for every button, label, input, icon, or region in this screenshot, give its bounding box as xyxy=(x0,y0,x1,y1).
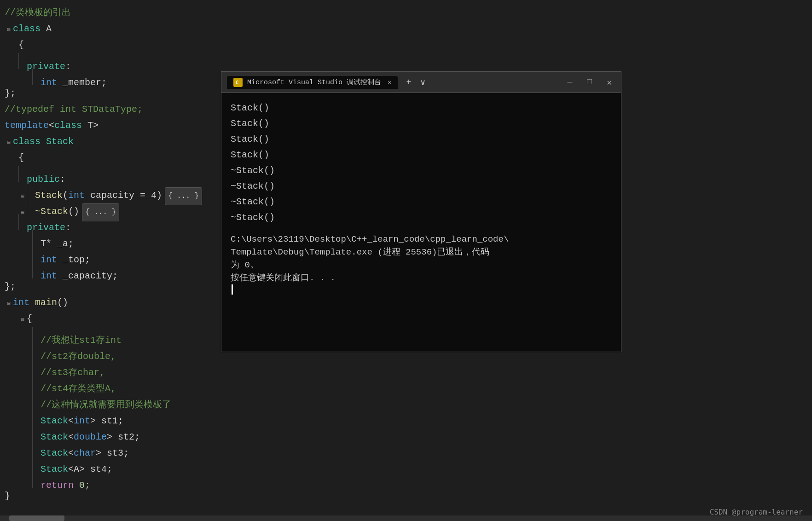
code-text: { xyxy=(27,311,32,327)
code-text: : xyxy=(65,220,71,236)
code-text: _capacity; xyxy=(63,268,118,284)
terminal-tab-close[interactable]: ✕ xyxy=(388,78,391,86)
code-text: //类模板的引出 xyxy=(5,5,71,21)
code-text: }; xyxy=(5,85,16,101)
scrollbar-thumb[interactable] xyxy=(9,515,64,521)
terminal-tab[interactable]: C Microsoft Visual Studio 调试控制台 ✕ xyxy=(227,76,398,89)
fold-minus-icon[interactable]: ⊟ xyxy=(18,316,27,324)
minimize-button[interactable]: — xyxy=(564,76,576,88)
code-text: double xyxy=(74,429,107,445)
fold-minus-icon[interactable]: ⊟ xyxy=(5,300,13,308)
code-text: ( xyxy=(63,187,68,203)
code-text: Stack xyxy=(41,461,68,477)
code-text: int xyxy=(41,75,63,91)
new-tab-button[interactable]: + xyxy=(403,76,414,89)
terminal-path-line2: Template\Debug\Template.exe (进程 25536)已退… xyxy=(231,246,612,259)
terminal-cursor-line xyxy=(231,284,612,295)
code-text: : xyxy=(65,58,71,75)
terminal-output-line: Stack() xyxy=(231,132,612,147)
code-text: int xyxy=(41,268,63,284)
code-line-31: } xyxy=(0,488,812,504)
code-text: () xyxy=(68,203,79,220)
code-text: { xyxy=(18,150,24,166)
watermark: CSDN @program-learner xyxy=(710,508,803,516)
code-line-3: { xyxy=(0,37,812,53)
code-line-25: //这种情况就需要用到类模板了 xyxy=(0,391,812,407)
svg-text:C: C xyxy=(236,80,238,85)
code-line-4: private: xyxy=(0,53,812,69)
code-text: <A> st4; xyxy=(68,461,112,477)
code-text: < xyxy=(68,413,74,429)
code-text: int xyxy=(41,252,63,268)
code-text: T* _a; xyxy=(41,236,74,252)
code-line-2: ⊟ class A xyxy=(0,21,812,37)
collapsed-block[interactable]: { ... } xyxy=(82,203,119,221)
code-text: < xyxy=(68,445,74,461)
code-text: 0; xyxy=(79,477,90,493)
code-text: capacity = 4) xyxy=(90,187,162,203)
terminal-note-line: 为 0。 xyxy=(231,259,612,272)
code-text: > st2; xyxy=(107,429,140,445)
close-button[interactable]: ✕ xyxy=(603,76,615,88)
terminal-output-line: Stack() xyxy=(231,100,612,116)
code-text: int xyxy=(13,295,35,311)
code-text: _member; xyxy=(63,75,107,91)
restore-button[interactable]: □ xyxy=(583,76,596,88)
terminal-actions: + ∨ xyxy=(403,75,428,89)
terminal-tab-label: Microsoft Visual Studio 调试控制台 xyxy=(247,78,381,87)
code-text: Stack xyxy=(41,445,68,461)
code-text: main xyxy=(35,295,57,311)
code-text: }; xyxy=(5,278,16,295)
terminal-titlebar: C Microsoft Visual Studio 调试控制台 ✕ + ∨ — … xyxy=(221,72,621,93)
collapsed-block[interactable]: { ... } xyxy=(165,187,202,205)
code-text: int xyxy=(74,413,90,429)
code-text: T> xyxy=(87,117,99,133)
code-text: < xyxy=(68,429,74,445)
code-text: } xyxy=(5,488,10,504)
terminal-body: Stack() Stack() Stack() Stack() ~Stack()… xyxy=(221,93,621,352)
code-line-30: return 0; xyxy=(0,472,812,488)
code-text: char xyxy=(74,445,96,461)
code-text: Stack xyxy=(41,413,68,429)
terminal-tab-icon: C xyxy=(233,78,243,87)
code-text: ~Stack xyxy=(35,203,68,220)
code-text: //我想让st1存int xyxy=(41,332,122,348)
code-text: //st4存类类型A, xyxy=(41,381,116,397)
terminal-cursor xyxy=(232,284,233,295)
code-text: Stack xyxy=(35,187,63,203)
terminal-window-buttons: — □ ✕ xyxy=(564,76,615,88)
code-text: < xyxy=(49,117,54,133)
terminal-output-line: ~Stack() xyxy=(231,210,612,226)
code-text: _top; xyxy=(63,252,90,268)
terminal-output-line: ~Stack() xyxy=(231,194,612,210)
code-text: Stack xyxy=(41,429,68,445)
code-text: > st1; xyxy=(90,413,123,429)
code-text: class xyxy=(13,133,46,150)
terminal-window: C Microsoft Visual Studio 调试控制台 ✕ + ∨ — … xyxy=(221,71,621,352)
code-text: A xyxy=(46,21,52,37)
terminal-presskey-line: 按任意键关闭此窗口. . . xyxy=(231,272,612,284)
code-line-23: //st3存char, xyxy=(0,359,812,375)
code-text: : xyxy=(60,171,65,187)
fold-plus-icon[interactable]: ⊞ xyxy=(18,192,27,201)
code-text: { xyxy=(18,37,24,53)
fold-minus-icon[interactable]: ⊟ xyxy=(5,26,13,34)
code-text: class xyxy=(54,117,87,133)
code-text: Stack xyxy=(46,133,74,150)
code-text: > st3; xyxy=(96,445,129,461)
code-text: //这种情况就需要用到类模板了 xyxy=(41,397,171,413)
code-text: () xyxy=(57,295,68,311)
horizontal-scrollbar[interactable] xyxy=(0,515,812,521)
terminal-output-line: ~Stack() xyxy=(231,179,612,194)
code-line-1: //类模板的引出 xyxy=(0,5,812,21)
terminal-path-line1: C:\Users\23119\Desktop\C++_learn_code\cp… xyxy=(231,233,612,246)
code-text: template xyxy=(5,117,49,133)
code-line-24: //st4存类类型A, xyxy=(0,375,812,391)
fold-minus-icon[interactable]: ⊟ xyxy=(5,139,13,147)
code-text: int xyxy=(68,187,90,203)
code-text: class xyxy=(13,21,46,37)
code-text: //st3存char, xyxy=(41,365,105,381)
terminal-output-line: Stack() xyxy=(231,147,612,163)
code-text: return xyxy=(41,477,79,493)
dropdown-button[interactable]: ∨ xyxy=(418,75,428,89)
